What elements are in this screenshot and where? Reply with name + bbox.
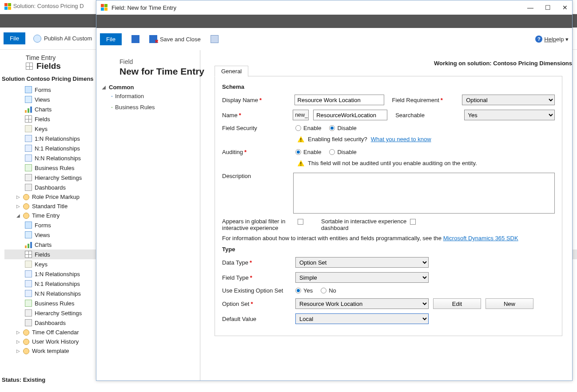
label-auditing: Auditing [222,149,291,155]
audit-disable-radio[interactable]: Disable [329,149,356,155]
default-value-select[interactable]: Local [295,313,429,324]
chart-icon [25,241,32,248]
file-button[interactable]: File [4,32,25,44]
help-icon: ? [535,36,542,43]
field-requirement-select[interactable]: Optional [462,95,555,105]
field-security-radios: Enable Disable [295,125,357,131]
minimize-button[interactable]: — [527,4,533,11]
entity-title: Fields [36,61,61,71]
display-name-input[interactable] [294,95,384,105]
save-and-close-button[interactable]: ✖ Save and Close [149,35,201,43]
option-set-select[interactable]: Resource Work Location [295,298,429,309]
sdk-info: For information about how to interact wi… [222,235,555,242]
front-window-title: Field: New for Time Entry [111,4,176,11]
new-button[interactable]: New [485,298,533,309]
ms-logo-icon [4,3,12,10]
front-titlebar: Field: New for Time Entry — ☐ ✕ [96,0,572,15]
business-rules-icon [111,107,112,108]
hierarchy-icon [25,174,32,181]
sortable-checkbox[interactable] [410,219,416,225]
view-icon [25,96,32,103]
maximize-button[interactable]: ☐ [545,4,551,11]
label-name: Name [222,112,288,119]
back-window-title: Solution: Contoso Pricing D [13,3,84,9]
entity-icon [23,348,29,354]
nav-business-rules[interactable]: Business Rules [102,102,200,113]
audit-warning: ! This field will not be audited until y… [298,160,555,166]
front-toolbar: File ✖ Save and Close ? Helpelp ▾ [96,28,572,50]
entity-icon [23,339,29,345]
relationship-icon [25,290,32,297]
fs-disable-radio[interactable]: Disable [329,125,356,131]
relationship-icon [25,270,32,277]
publish-icon [33,35,41,43]
chart-icon [25,106,32,113]
business-rules-icon [25,164,32,171]
global-filter-checkbox[interactable] [298,219,303,225]
use-existing-yes-radio[interactable]: Yes [295,287,313,294]
use-existing-radios: Yes No [295,287,336,294]
ms-logo-icon [101,4,108,11]
caret-icon: ◢ [102,85,106,90]
caret-icon: ▷ [16,204,20,209]
working-on-solution: Working on solution: Contoso Pricing Dim… [434,60,572,67]
publish-all-button[interactable]: Publish All Custom [33,35,92,43]
sdk-link[interactable]: Microsoft Dynamics 365 SDK [443,235,518,242]
form-icon [25,222,32,229]
entity-icon [23,194,29,200]
properties-icon [211,35,219,43]
nav-information[interactable]: Information [102,91,200,102]
label-searchable: Searchable [395,112,459,119]
relationship-icon [25,145,32,152]
fields-icon [26,63,33,70]
field-editor-window: Field: New for Time Entry — ☐ ✕ File ✖ S… [96,0,573,381]
warning-icon: ! [298,136,304,143]
caret-icon: ▷ [16,330,20,335]
label-field-security: Field Security [222,125,291,131]
auditing-radios: Enable Disable [295,149,357,155]
common-header[interactable]: ◢Common [102,84,200,91]
front-dark-ribbon [96,15,572,28]
close-button[interactable]: ✕ [562,4,568,11]
tab-general[interactable]: General [215,66,248,77]
key-icon [25,261,32,268]
save-button[interactable] [131,35,139,43]
use-existing-no-radio[interactable]: No [321,287,336,294]
label-sortable: Sortable in interactive experience dashb… [321,218,410,231]
fields-icon [25,115,32,123]
name-input[interactable] [313,110,387,120]
audit-enable-radio[interactable]: Enable [295,149,321,155]
caret-icon: ▷ [16,194,20,199]
publish-label: Publish All Custom [44,35,92,42]
file-button[interactable]: File [100,33,122,45]
information-icon [111,96,112,97]
dashboard-icon [25,184,32,191]
label-field-type: Field Type [222,274,291,281]
view-icon [25,231,32,238]
entity-icon [23,329,29,336]
help-menu[interactable]: ? Helpelp ▾ [535,36,569,43]
relationship-icon [25,154,32,162]
left-nav-pane: Field New for Time Entry ◢Common Informa… [96,50,200,380]
label-use-existing: Use Existing Option Set [222,287,291,294]
fs-link[interactable]: What you need to know [371,136,431,143]
key-icon [25,125,32,132]
save-close-icon: ✖ [149,35,157,43]
caret-icon: ▷ [16,348,20,353]
status-bar: Status: Existing [2,376,45,383]
business-rules-icon [25,300,32,307]
fields-icon [25,251,32,258]
description-textarea[interactable] [293,173,555,214]
label-default-value: Default Value [222,316,291,322]
label-field-requirement: Field Requirement [392,97,458,103]
edit-button[interactable]: Edit [433,298,481,309]
data-type-select[interactable]: Option Set [295,257,429,268]
fs-enable-radio[interactable]: Enable [295,125,321,131]
field-type-select[interactable]: Simple [295,272,429,283]
label-data-type: Data Type [222,259,291,266]
entity-icon [23,213,29,219]
dashboard-icon [25,319,32,326]
label-display-name: Display Name [222,97,290,103]
searchable-select[interactable]: Yes [464,110,555,120]
field-properties-button[interactable] [211,35,219,43]
